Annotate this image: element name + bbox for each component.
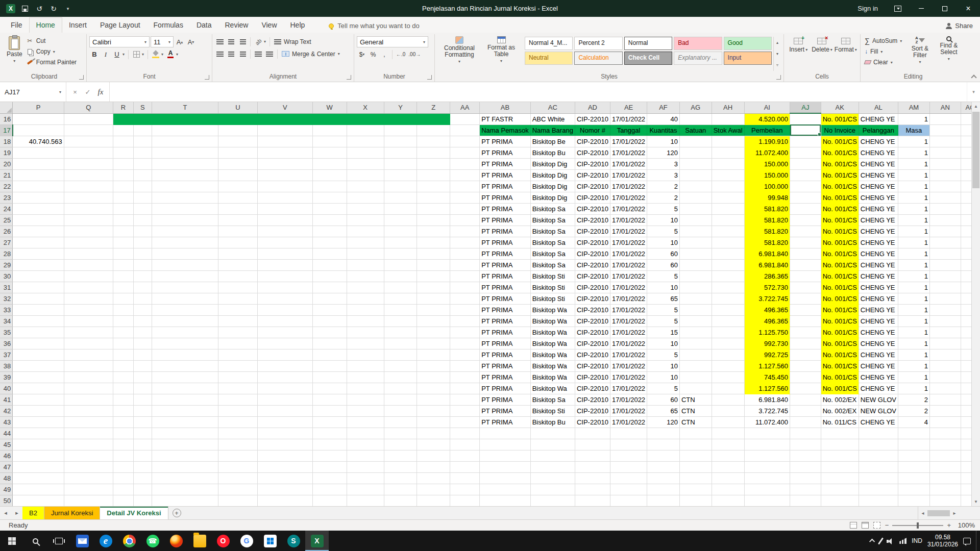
cell-AD28[interactable]: CIP-22010 <box>575 248 610 259</box>
cell-W45[interactable] <box>312 439 347 450</box>
column-header-Z[interactable]: Z <box>417 102 450 113</box>
taskbar-app-mail[interactable] <box>70 531 94 551</box>
close-button[interactable]: × <box>957 0 980 17</box>
cell-W19[interactable] <box>312 147 347 158</box>
cell-AB18[interactable]: PT PRIMA <box>480 136 530 147</box>
cell-AN45[interactable] <box>929 439 961 450</box>
cell-AI32[interactable]: 3.722.745 <box>744 293 790 304</box>
cell-AM30[interactable]: 1 <box>898 270 929 282</box>
cell-Q34[interactable] <box>64 315 113 327</box>
cell-Z44[interactable] <box>417 428 450 439</box>
column-header-AM[interactable]: AM <box>898 102 929 113</box>
cell-S36[interactable] <box>133 338 152 349</box>
cell-T21[interactable] <box>152 169 218 181</box>
cell-V33[interactable] <box>257 304 312 315</box>
decrease-indent-button[interactable] <box>253 48 263 59</box>
cell-T31[interactable] <box>152 282 218 293</box>
cell-Z17[interactable] <box>417 124 450 136</box>
cell-AJ21[interactable] <box>790 169 821 181</box>
horizontal-scroll-thumb[interactable] <box>927 510 950 516</box>
font-color-button[interactable]: A <box>165 49 176 60</box>
name-box[interactable]: AJ17 ▾ <box>0 82 66 102</box>
cell-T17[interactable] <box>152 124 218 136</box>
cell-X17[interactable] <box>347 124 384 136</box>
cell-Z49[interactable] <box>417 484 450 495</box>
cell-T19[interactable] <box>152 147 218 158</box>
comma-style-button[interactable]: , <box>379 49 389 60</box>
cell-AF18[interactable]: 10 <box>647 136 680 147</box>
grow-font-button[interactable]: A▴ <box>175 37 185 47</box>
cell-AF43[interactable]: 120 <box>647 416 680 428</box>
cell-S46[interactable] <box>133 450 152 461</box>
cell-AG16[interactable] <box>679 113 712 124</box>
cell-P25[interactable] <box>13 214 64 226</box>
row-header-35[interactable]: 35 <box>0 327 13 338</box>
cell-Z36[interactable] <box>417 338 450 349</box>
row-header-25[interactable]: 25 <box>0 214 13 226</box>
cell-AC29[interactable]: Biskitop Sa <box>530 259 575 270</box>
cell-Q32[interactable] <box>64 293 113 304</box>
cell-X29[interactable] <box>347 259 384 270</box>
column-header-AB[interactable]: AB <box>480 102 530 113</box>
cell-AA20[interactable] <box>450 158 480 169</box>
column-header-AL[interactable]: AL <box>859 102 898 113</box>
insert-cells-button[interactable]: Insert▾ <box>787 35 810 73</box>
cell-AI34[interactable]: 496.365 <box>744 315 790 327</box>
row-header-50[interactable]: 50 <box>0 495 13 506</box>
cell-AG28[interactable] <box>679 248 712 259</box>
cell-AF16[interactable]: 40 <box>647 113 680 124</box>
clipboard-dialog-launcher[interactable] <box>79 75 84 80</box>
cell-AF23[interactable]: 2 <box>647 192 680 203</box>
cell-W26[interactable] <box>312 226 347 237</box>
cell-Z38[interactable] <box>417 360 450 371</box>
cell-AJ19[interactable] <box>790 147 821 158</box>
cell-AJ49[interactable] <box>790 484 821 495</box>
cell-AG41[interactable]: CTN <box>679 394 712 405</box>
cell-AL34[interactable]: CHENG YE <box>859 315 898 327</box>
cell-AC24[interactable]: Biskitop Sa <box>530 203 575 214</box>
cell-Y48[interactable] <box>384 472 417 484</box>
cell-Z50[interactable] <box>417 495 450 506</box>
cell-AD47[interactable] <box>575 461 610 472</box>
cell-Q24[interactable] <box>64 203 113 214</box>
cell-AJ42[interactable] <box>790 405 821 416</box>
cell-V42[interactable] <box>257 405 312 416</box>
cell-Z45[interactable] <box>417 439 450 450</box>
cell-Y32[interactable] <box>384 293 417 304</box>
cell-S17[interactable] <box>133 124 152 136</box>
cell-AC31[interactable]: Biskitop Sti <box>530 282 575 293</box>
cell-AB40[interactable]: PT PRIMA <box>480 383 530 394</box>
cell-Z16[interactable] <box>417 113 450 124</box>
column-header-AC[interactable]: AC <box>530 102 575 113</box>
column-header-R[interactable]: R <box>113 102 133 113</box>
cell-AL30[interactable]: CHENG YE <box>859 270 898 282</box>
cell-AJ28[interactable] <box>790 248 821 259</box>
cell-AF48[interactable] <box>647 472 680 484</box>
cell-AH16[interactable] <box>712 113 744 124</box>
tray-overflow-button[interactable] <box>869 539 875 544</box>
cell-AJ36[interactable] <box>790 338 821 349</box>
ribbon-tab-data[interactable]: Data <box>190 18 218 33</box>
cell-Y36[interactable] <box>384 338 417 349</box>
cell-AI38[interactable]: 1.127.560 <box>744 360 790 371</box>
start-button[interactable] <box>0 531 23 551</box>
cell-AD44[interactable] <box>575 428 610 439</box>
cell-AL49[interactable] <box>859 484 898 495</box>
cell-Y31[interactable] <box>384 282 417 293</box>
cell-AD36[interactable]: CIP-22010 <box>575 338 610 349</box>
cell-AM21[interactable]: 1 <box>898 169 929 181</box>
cell-AF35[interactable]: 15 <box>647 327 680 338</box>
cell-Q42[interactable] <box>64 405 113 416</box>
cell-X18[interactable] <box>347 136 384 147</box>
cell-U38[interactable] <box>218 360 258 371</box>
cell-AE35[interactable]: 17/01/2022 <box>610 327 647 338</box>
cell-Q38[interactable] <box>64 360 113 371</box>
cell-Y42[interactable] <box>384 405 417 416</box>
cell-AB26[interactable]: PT PRIMA <box>480 226 530 237</box>
cell-AF44[interactable] <box>647 428 680 439</box>
cell-AD48[interactable] <box>575 472 610 484</box>
cell-AH38[interactable] <box>712 360 744 371</box>
cell-Z31[interactable] <box>417 282 450 293</box>
cell-AM38[interactable]: 1 <box>898 360 929 371</box>
cell-AL50[interactable] <box>859 495 898 506</box>
